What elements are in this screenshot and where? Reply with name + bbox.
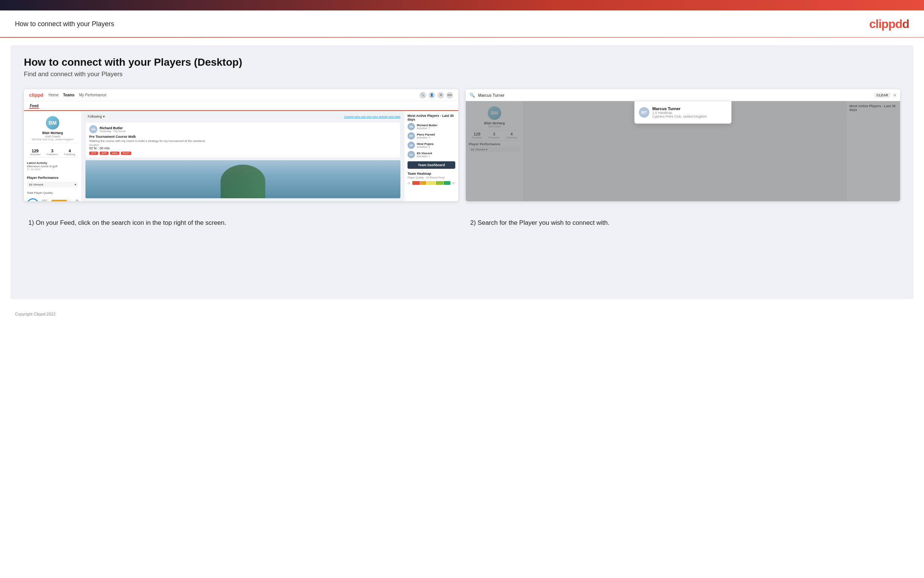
header-divider <box>0 37 924 38</box>
app-feed-tab-1: Feed <box>24 101 458 111</box>
app-logo-1: clippd <box>29 92 43 98</box>
user-icon[interactable]: 👤 <box>429 92 435 99</box>
activity-avatar: RB <box>89 125 97 133</box>
app-nav-icons: 🔍 👤 ⚙ BM <box>419 92 453 99</box>
screenshot-panel-2: clippd Home Teams My Performance 🔍 👤 ⚙ B… <box>466 89 900 201</box>
search-icon[interactable]: 🔍 <box>419 92 426 99</box>
tag-app: APP <box>100 152 108 155</box>
app-right-panel: Most Active Players - Last 30 days RB Ri… <box>404 111 458 201</box>
avatar-icon[interactable]: BM <box>446 92 453 99</box>
search-clear-button[interactable]: CLEAR <box>874 93 890 98</box>
activity-card: RB Richard Butler Yesterday · The Grove … <box>86 122 400 158</box>
tag-ott: OTT <box>89 152 98 155</box>
tag-putt: PUTT <box>121 152 131 155</box>
page-title: How to connect with your Players <box>15 20 114 28</box>
app-body-1: BM Blair McHarg Golf Coach Mill Ride Gol… <box>24 111 458 201</box>
profile-stats: 129 Activities 3 Followers 4 Following <box>27 147 78 157</box>
activity-user-name: Richard Butler <box>100 126 126 130</box>
logo: clippdd <box>869 17 909 31</box>
nav-my-performance[interactable]: My Performance <box>79 93 106 97</box>
activities-stat: 129 Activities <box>30 149 40 156</box>
score-ring-row: 84 OTT 79 APP 70 <box>27 198 78 201</box>
caption-text-1: 1) On your Feed, click on the search ico… <box>28 218 454 227</box>
app-left-panel: BM Blair McHarg Golf Coach Mill Ride Gol… <box>24 111 82 201</box>
player-avatar: HP <box>408 141 415 149</box>
search-icon-bar: 🔍 <box>469 93 475 98</box>
profile-club: Mill Ride Golf Club, United Kingdom <box>28 138 77 141</box>
search-result-avatar: MT <box>639 107 649 118</box>
screenshot-panel-1: clippd Home Teams My Performance 🔍 👤 ⚙ B… <box>24 89 458 201</box>
list-item: RB Richard Butler Activities: 7 <box>408 123 455 130</box>
activity-tags: OTT APP ARG PUTT <box>89 152 397 155</box>
copyright-text: Copyright Clippd 2022 <box>15 312 56 316</box>
app-mock-1: clippd Home Teams My Performance 🔍 👤 ⚙ B… <box>24 89 458 201</box>
activity-title: Pre Tournament Course Walk <box>89 135 397 138</box>
latest-activity: Latest Activity Afternoon round of golf … <box>27 160 78 172</box>
player-avatar: RB <box>408 123 415 130</box>
feed-tab-item[interactable]: Feed <box>29 104 39 109</box>
player-performance-label: Player Performance <box>27 176 78 180</box>
main-content: How to connect with your Players (Deskto… <box>10 45 914 299</box>
page-header: How to connect with your Players clippdd <box>0 10 924 37</box>
player-list: RB Richard Butler Activities: 7 PP Piers… <box>408 123 455 158</box>
search-close-button[interactable]: × <box>893 92 896 98</box>
nav-home[interactable]: Home <box>49 93 58 97</box>
profile-name: Blair McHarg <box>28 131 77 135</box>
caption-panel-2: 2) Search for the Player you wish to con… <box>466 212 900 227</box>
search-result-club: Cypress Point Club, United Kingdom <box>652 115 707 119</box>
profile-card: BM Blair McHarg Golf Coach Mill Ride Gol… <box>27 114 78 143</box>
list-item: EV Eli Vincent Activities: 1 <box>408 151 455 158</box>
profile-role: Golf Coach <box>28 135 77 138</box>
duration-value: 02 hr : 00 min <box>89 146 397 150</box>
duration-label: Duration <box>89 144 397 146</box>
main-subheading: Find and connect with your Players <box>24 71 900 78</box>
search-bar[interactable]: 🔍 Marcus Turner CLEAR × <box>466 89 900 101</box>
nav-teams[interactable]: Teams <box>63 93 74 97</box>
search-result-item[interactable]: MT Marcus Turner 1.5 Handicap Cypress Po… <box>638 104 728 120</box>
heatmap-bar-row: -5 +5 <box>408 180 455 185</box>
app-center-feed: Following ▾ Control who can see your act… <box>82 111 404 201</box>
app-mock-2: clippd Home Teams My Performance 🔍 👤 ⚙ B… <box>466 89 900 201</box>
team-heatmap-title: Team Heatmap <box>408 172 455 175</box>
control-link[interactable]: Control who can see your activity and da… <box>344 115 400 119</box>
search-input[interactable]: Marcus Turner <box>478 93 871 97</box>
heatmap-subtitle: Player Quality - 20 Round Trend <box>408 176 455 179</box>
list-item: HP Hiral Pujara Activities: 3 <box>408 141 455 149</box>
player-select[interactable]: Eli Vincent ▾ <box>27 182 78 187</box>
list-item: PP Piers Parnell Activities: 4 <box>408 132 455 140</box>
caption-text-2: 2) Search for the Player you wish to con… <box>470 218 896 227</box>
caption-panel-1: 1) On your Feed, click on the search ico… <box>24 212 458 227</box>
search-results-dropdown: MT Marcus Turner 1.5 Handicap Cypress Po… <box>634 101 731 123</box>
team-dashboard-button[interactable]: Team Dashboard <box>408 161 455 169</box>
activity-meta: Yesterday · The Grove <box>100 130 126 133</box>
top-bar <box>0 0 924 10</box>
score-ring: 84 <box>27 198 39 201</box>
bars-list: OTT 79 APP 70 ARG <box>42 200 78 201</box>
activity-desc: Walking the course with my coach to buil… <box>89 139 397 143</box>
main-heading: How to connect with your Players (Deskto… <box>24 56 900 68</box>
following-button[interactable]: Following ▾ <box>86 114 107 119</box>
quality-label: Total Player Quality <box>27 191 78 195</box>
bar-row-ott: OTT 79 <box>42 200 78 201</box>
player-avatar: EV <box>408 151 415 158</box>
settings-icon[interactable]: ⚙ <box>437 92 444 99</box>
search-result-handicap: 1.5 Handicap <box>652 111 707 115</box>
search-result-name: Marcus Turner <box>652 106 707 111</box>
following-stat: 4 Following <box>64 149 75 156</box>
avatar: BM <box>46 116 59 130</box>
feed-image <box>86 160 400 198</box>
page-footer: Copyright Clippd 2022 <box>0 307 924 321</box>
app-nav-items-1: Home Teams My Performance <box>49 93 414 97</box>
tag-arg: ARG <box>110 152 120 155</box>
player-avatar: PP <box>408 132 415 140</box>
screenshots-row: clippd Home Teams My Performance 🔍 👤 ⚙ B… <box>24 89 900 201</box>
following-row: Following ▾ Control who can see your act… <box>86 114 400 119</box>
most-active-title: Most Active Players - Last 30 days <box>408 114 455 121</box>
caption-row: 1) On your Feed, click on the search ico… <box>24 212 900 227</box>
golf-silhouette <box>220 165 265 198</box>
app-nav-1: clippd Home Teams My Performance 🔍 👤 ⚙ B… <box>24 89 458 101</box>
followers-stat: 3 Followers <box>47 149 58 156</box>
